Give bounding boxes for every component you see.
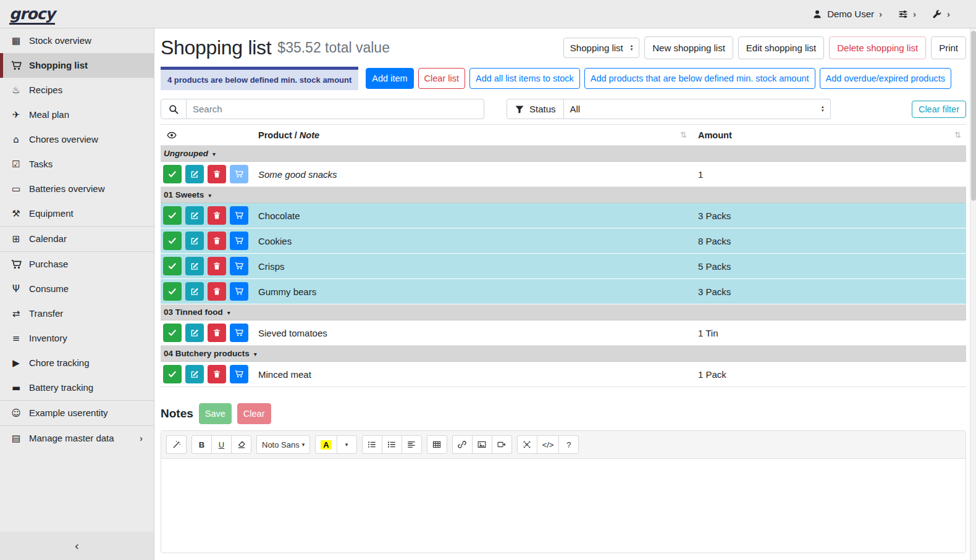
product-column-header[interactable]: Product /Note ⇅ [253,125,692,146]
delete-item-button[interactable] [208,165,226,183]
font-family-button[interactable]: Noto Sans▾ [256,435,310,454]
insert-picture-button[interactable] [472,435,492,454]
print-button[interactable]: Print [931,36,966,59]
status-select[interactable]: All ▴▾ [564,99,831,119]
group-header-ungrouped[interactable]: Ungrouped▾ [161,146,966,162]
sidebar-item-battery-tracking[interactable]: ▬Battery tracking [0,375,154,400]
clear-filter-button[interactable]: Clear filter [912,101,966,118]
mark-done-button[interactable] [163,232,182,250]
sidebar-item-batteries-overview[interactable]: ▭Batteries overview [0,177,154,201]
remove-format-button[interactable] [231,435,251,454]
delete-item-button[interactable] [208,365,226,383]
add-all-to-stock-button[interactable]: Add all list items to stock [469,68,580,89]
sidebar-item-meal-plan[interactable]: ✈Meal plan [0,102,154,127]
sidebar-item-inventory[interactable]: ≡Inventory [0,326,154,351]
sidebar-item-shopping-list[interactable]: Shopping list [0,53,154,78]
sidebar-item-stock-overview[interactable]: ▦Stock overview [0,28,154,53]
color-picker-caret-button[interactable]: ▾ [337,435,357,454]
highlight-color-button[interactable]: A [315,435,337,454]
caret-down-icon: ▾ [227,309,230,316]
admin-menu[interactable]: › [932,9,950,19]
cart-icon [235,170,243,178]
search-input[interactable] [187,99,484,119]
topbar: grocy Demo User › › › [0,0,976,28]
sidebar-item-consume[interactable]: ΨConsume [0,277,154,301]
edit-item-button[interactable] [185,232,204,250]
underline-button[interactable]: U [211,435,232,454]
magic-icon [172,440,181,449]
sidebar-item-chore-tracking[interactable]: ▶Chore tracking [0,351,154,375]
save-notes-button[interactable]: Save [199,403,232,424]
add-overdue-button[interactable]: Add overdue/expired products [820,68,951,89]
pencil-icon [190,328,199,337]
status-filter-group: Status All ▴▾ [507,99,831,119]
fullscreen-button[interactable] [517,435,537,454]
sidebar-item-purchase[interactable]: Purchase [0,252,154,277]
help-button[interactable]: ? [558,435,579,454]
clear-notes-button[interactable]: Clear [237,403,271,424]
sidebar-item-manage-master-data[interactable]: ▤Manage master data› [0,426,154,451]
add-to-stock-button[interactable] [230,206,248,225]
mark-done-button[interactable] [163,282,182,301]
insert-table-button[interactable] [427,435,447,454]
scrollbar-thumb[interactable] [971,31,976,201]
add-to-stock-button[interactable] [230,257,248,275]
sidebar-collapse-button[interactable]: ‹ [0,532,154,560]
amount-header-label: Amount [698,130,732,140]
unordered-list-button[interactable] [362,435,382,454]
group-header-04-butchery-products[interactable]: 04 Butchery products▾ [161,346,966,362]
add-to-stock-button[interactable] [230,324,248,342]
notes-editor-body[interactable] [161,459,965,553]
delete-item-button[interactable] [208,206,226,225]
group-header-01-sweets[interactable]: 01 Sweets▾ [161,187,966,203]
sidebar-item-equipment[interactable]: ⚒Equipment [0,201,154,226]
delete-item-button[interactable] [208,257,226,275]
settings-menu[interactable]: › [898,9,916,19]
bold-button[interactable]: B [191,435,212,454]
shopping-list-select[interactable]: Shopping list ▴▾ [563,38,639,58]
app-logo[interactable]: grocy [0,5,154,23]
clear-list-button[interactable]: Clear list [418,68,465,89]
edit-item-button[interactable] [185,206,204,225]
chevron-right-icon: › [879,9,882,19]
mark-done-button[interactable] [163,365,182,383]
sidebar-item-example-userentity[interactable]: ☺Example userentity [0,401,154,425]
mark-done-button[interactable] [163,165,182,183]
insert-link-button[interactable] [452,435,473,454]
user-menu[interactable]: Demo User › [812,9,882,19]
mark-done-button[interactable] [163,206,182,225]
code-view-button[interactable]: </> [537,435,560,454]
amount-column-header[interactable]: Amount ⇅ [692,125,966,146]
add-to-stock-button[interactable] [230,365,248,383]
sidebar-item-recipes[interactable]: ♨Recipes [0,78,154,102]
add-to-stock-button[interactable] [230,282,248,301]
group-header-03-tinned-food[interactable]: 03 Tinned food▾ [161,304,966,320]
edit-shopping-list-button[interactable]: Edit shopping list [738,36,824,59]
sidebar-item-calendar[interactable]: ⊞Calendar [0,227,154,251]
delete-item-button[interactable] [208,232,226,250]
sidebar-item-tasks[interactable]: ☑Tasks [0,152,154,177]
edit-item-button[interactable] [185,257,204,275]
edit-item-button[interactable] [185,365,204,383]
add-item-button[interactable]: Add item [366,68,413,89]
delete-item-button[interactable] [208,324,226,342]
add-to-stock-button[interactable] [230,165,248,183]
delete-item-button[interactable] [208,282,226,301]
ordered-list-button[interactable] [382,435,402,454]
delete-shopping-list-button[interactable]: Delete shopping list [829,36,926,59]
insert-video-button[interactable] [492,435,512,454]
vertical-scrollbar[interactable] [970,28,976,560]
mark-done-button[interactable] [163,324,182,342]
edit-item-button[interactable] [185,324,204,342]
magic-style-button[interactable] [166,435,187,454]
sidebar-item-transfer[interactable]: ⇄Transfer [0,301,154,326]
new-shopping-list-button[interactable]: New shopping list [644,36,733,59]
edit-item-button[interactable] [185,165,204,183]
add-to-stock-button[interactable] [230,232,248,250]
paragraph-style-button[interactable] [402,435,422,454]
sidebar-item-chores-overview[interactable]: ⌂Chores overview [0,127,154,152]
mark-done-button[interactable] [163,257,182,275]
done-column-header[interactable] [161,125,253,146]
add-below-min-stock-button[interactable]: Add products that are below defined min.… [584,68,815,89]
edit-item-button[interactable] [185,282,204,301]
